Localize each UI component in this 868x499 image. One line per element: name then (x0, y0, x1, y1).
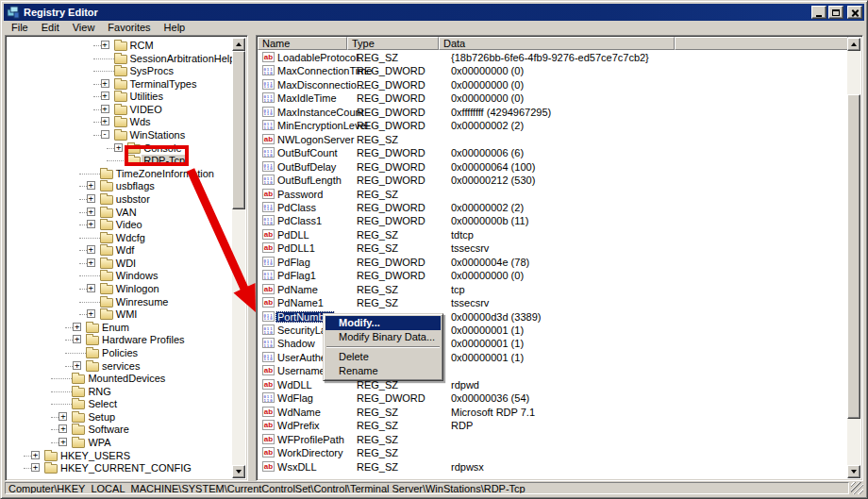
tree-item-hkey-current-config[interactable]: +HKEY_CURRENT_CONFIG (6, 461, 230, 474)
title-bar[interactable]: Registry Editor (4, 4, 864, 21)
tree-item-wmi[interactable]: +WMI (6, 308, 230, 321)
tree-item-winstations[interactable]: -WinStations (6, 128, 230, 141)
list-scroll-down-button[interactable] (847, 465, 860, 478)
list-vertical-scrollbar[interactable] (847, 38, 860, 478)
registry-value-row-wdname[interactable]: abWdNameREG_SZMicrosoft RDP 7.1 (258, 406, 847, 419)
menu-edit[interactable]: Edit (36, 21, 67, 35)
registry-value-row-outbuflength[interactable]: 011110OutBufLengthREG_DWORD0x00000212 (5… (258, 174, 847, 187)
tree-item-setup[interactable]: +Setup (6, 410, 230, 424)
tree-item-video[interactable]: +VIDEO (6, 103, 230, 116)
registry-tree-pane[interactable]: +RCMSessionArbitrationHelperSysProcs+Ter… (5, 35, 248, 481)
registry-value-row-pdflag[interactable]: 011110PdFlagREG_DWORD0x0000004e (78) (258, 256, 847, 269)
registry-values-pane[interactable]: NameTypeData abLoadableProtocol...REG_SZ… (256, 35, 863, 481)
column-header-filler[interactable] (675, 37, 848, 50)
expand-toggle-icon[interactable]: + (87, 181, 95, 190)
tree-item-rng[interactable]: RNG (6, 385, 230, 398)
collapse-toggle-icon[interactable]: - (101, 130, 109, 139)
menu-favorites[interactable]: Favorites (102, 21, 158, 35)
context-menu-item-modify[interactable]: Modify... (326, 316, 441, 330)
tree-item-terminaltypes[interactable]: +TerminalTypes (6, 77, 230, 91)
tree-item-winlogon[interactable]: +Winlogon (6, 282, 230, 295)
expand-toggle-icon[interactable]: + (31, 463, 40, 472)
close-button[interactable] (847, 6, 862, 19)
minimize-button[interactable] (811, 6, 826, 19)
context-menu-item-modify-binary-data[interactable]: Modify Binary Data... (326, 330, 441, 344)
registry-value-row-pdname[interactable]: abPdNameREG_SZtcp (258, 283, 847, 296)
tree-item-winresume[interactable]: Winresume (6, 295, 230, 308)
context-menu-item-rename[interactable]: Rename (326, 364, 441, 378)
registry-value-row-outbufcount[interactable]: 011110OutBufCountREG_DWORD0x00000006 (6) (258, 146, 847, 159)
expand-toggle-icon[interactable]: + (87, 194, 95, 203)
expand-toggle-icon[interactable]: + (31, 451, 40, 459)
registry-value-row-wdprefix[interactable]: abWdPrefixREG_SZRDP (258, 419, 847, 432)
expand-toggle-icon[interactable]: + (101, 79, 109, 88)
tree-item-sysprocs[interactable]: SysProcs (6, 64, 230, 77)
expand-toggle-icon[interactable]: + (73, 361, 81, 370)
tree-scrollbar-thumb[interactable] (232, 51, 245, 209)
tree-item-rcm[interactable]: +RCM (6, 39, 230, 52)
expand-toggle-icon[interactable]: + (101, 91, 109, 100)
menu-help[interactable]: Help (159, 21, 193, 35)
tree-item-utilities[interactable]: +Utilities (6, 90, 230, 103)
expand-toggle-icon[interactable]: + (101, 105, 109, 113)
maximize-button[interactable] (828, 6, 843, 19)
expand-toggle-icon[interactable]: + (87, 258, 95, 267)
expand-toggle-icon[interactable]: + (58, 438, 67, 446)
context-menu-item-delete[interactable]: Delete (326, 350, 441, 364)
tree-item-usbflags[interactable]: +usbflags (6, 179, 230, 192)
menu-view[interactable]: View (67, 21, 103, 35)
registry-value-row-wfprofilepath[interactable]: abWFProfilePathREG_SZ (258, 433, 847, 446)
tree-item-van[interactable]: +VAN (6, 206, 230, 219)
registry-value-row-nwlogonserver[interactable]: abNWLogonServerREG_SZ (258, 133, 847, 146)
list-scrollbar-thumb[interactable] (847, 94, 860, 419)
tree-scroll-up-button[interactable] (232, 38, 245, 51)
registry-value-row-maxdisconnectio[interactable]: 011110MaxDisconnectio...REG_DWORD0x00000… (258, 78, 847, 91)
expand-toggle-icon[interactable]: + (58, 424, 67, 433)
registry-value-row-maxinstancecount[interactable]: 011110MaxInstanceCountREG_DWORD0xfffffff… (258, 106, 847, 119)
expand-toggle-icon[interactable]: + (87, 220, 95, 228)
registry-value-row-pdclass[interactable]: 011110PdClassREG_DWORD0x00000002 (2) (258, 201, 847, 214)
registry-value-row-wsxdll[interactable]: abWsxDLLREG_SZrdpwsx (258, 460, 847, 474)
tree-item-software[interactable]: +Software (6, 423, 230, 436)
registry-value-row-pdclass1[interactable]: 011110PdClass1REG_DWORD0x0000000b (11) (258, 214, 847, 227)
registry-value-row-loadableprotocol[interactable]: abLoadableProtocol...REG_SZ{18b726bb-6fe… (258, 51, 847, 64)
tree-item-sessionarbitrationhelper[interactable]: SessionArbitrationHelper (6, 52, 230, 65)
list-scroll-up-button[interactable] (847, 38, 860, 51)
column-header-data[interactable]: Data (439, 37, 675, 50)
column-header-name[interactable]: Name (258, 37, 347, 50)
expand-toggle-icon[interactable]: + (101, 117, 109, 125)
tree-item-wdf[interactable]: +Wdf (6, 243, 230, 257)
registry-value-row-pddll1[interactable]: abPdDLL1REG_SZtssecsrv (258, 241, 847, 255)
menu-file[interactable]: File (6, 21, 36, 35)
tree-item-timezoneinformation[interactable]: TimeZoneInformation (6, 167, 230, 180)
tree-item-wdcfg[interactable]: Wdcfg (6, 231, 230, 244)
expand-toggle-icon[interactable]: + (87, 208, 95, 216)
tree-item-usbstor[interactable]: +usbstor (6, 192, 230, 206)
registry-value-row-pdname1[interactable]: abPdName1REG_SZtssecsrv (258, 296, 847, 309)
tree-item-console[interactable]: +Console (6, 141, 230, 155)
expand-toggle-icon[interactable]: + (101, 41, 109, 49)
expand-toggle-icon[interactable]: + (87, 245, 95, 254)
registry-value-row-outbufdelay[interactable]: 011110OutBufDelayREG_DWORD0x00000064 (10… (258, 160, 847, 174)
tree-scroll-down-button[interactable] (232, 465, 245, 478)
tree-item-wdi[interactable]: +WDI (6, 257, 230, 270)
resize-grip[interactable] (851, 482, 863, 494)
column-header-type[interactable]: Type (347, 37, 439, 50)
registry-value-row-maxconnectiontime[interactable]: 011110MaxConnectionTimeREG_DWORD0x000000… (258, 64, 847, 77)
tree-item-services[interactable]: +services (6, 359, 230, 373)
tree-vertical-scrollbar[interactable] (232, 38, 245, 478)
registry-value-row-workdirectory[interactable]: abWorkDirectoryREG_SZ (258, 446, 847, 459)
tree-item-wds[interactable]: +Wds (6, 115, 230, 128)
expand-toggle-icon[interactable]: + (58, 412, 67, 421)
registry-value-row-wdflag[interactable]: 011110WdFlagREG_DWORD0x00000036 (54) (258, 391, 847, 405)
registry-value-row-pddll[interactable]: abPdDLLREG_SZtdtcp (258, 228, 847, 241)
tree-item-rdp-tcp[interactable]: RDP-Tcp (6, 154, 230, 167)
registry-value-row-maxidletime[interactable]: 011110MaxIdleTimeREG_DWORD0x00000000 (0) (258, 91, 847, 105)
tree-item-policies[interactable]: Policies (6, 346, 230, 359)
tree-item-windows[interactable]: Windows (6, 269, 230, 282)
tree-item-video[interactable]: +Video (6, 218, 230, 231)
tree-item-enum[interactable]: +Enum (6, 321, 230, 334)
tree-item-wpa[interactable]: +WPA (6, 436, 230, 449)
registry-value-row-minencryptionlevel[interactable]: 011110MinEncryptionLevelREG_DWORD0x00000… (258, 119, 847, 132)
tree-item-hardware-profiles[interactable]: +Hardware Profiles (6, 333, 230, 346)
